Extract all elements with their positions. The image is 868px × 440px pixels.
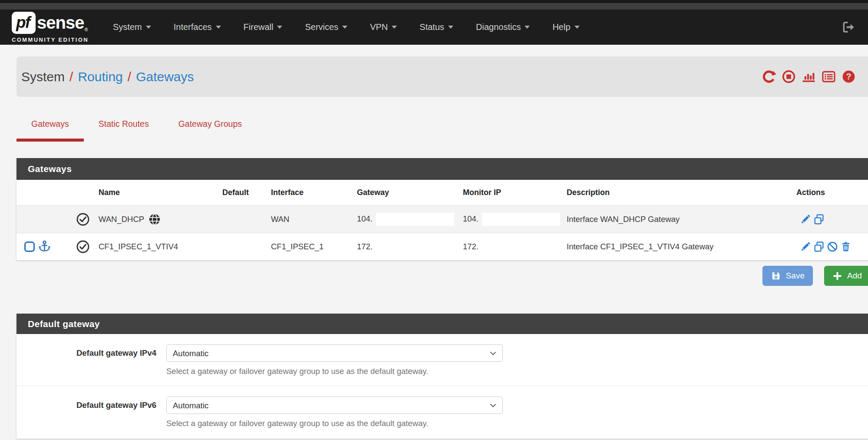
breadcrumb-link-routing[interactable]: Routing [78,69,122,84]
chevron-down-icon [574,26,580,29]
gateway-address: 104. [357,214,373,223]
pfsense-logo[interactable]: pf sense ® COMMUNITY EDITION [12,12,89,43]
col-monitor-ip: Monitor IP [459,180,562,205]
breadcrumb-link-gateways[interactable]: Gateways [136,69,194,84]
table-row: CF1_IPSEC_1_VTIV4 CF1_IPSEC_1 172. 172. … [17,233,868,260]
edit-icon[interactable] [800,241,811,252]
window-title-strip [0,3,868,10]
gateway-name: CF1_IPSEC_1_VTIV4 [99,242,178,251]
default-gateway-ipv6-label: Default gateway IPv6 [17,397,156,428]
nav-item-interfaces[interactable]: Interfaces [162,22,232,32]
refresh-icon[interactable] [762,69,776,84]
monitor-ip: 172. [463,242,479,251]
delete-icon[interactable] [840,241,851,252]
row-checkbox[interactable] [24,242,35,252]
default-gateway-ipv6-row: Default gateway IPv6 Automatic Select a … [17,386,868,438]
default-gateway-ipv6-help: Select a gateway or failover gateway gro… [166,419,503,428]
disable-icon[interactable] [827,241,838,252]
breadcrumb-section: System [21,69,65,84]
gateways-table: Name Default Interface Gateway Monitor I… [17,180,868,260]
chart-icon[interactable] [802,69,816,84]
nav-item-services[interactable]: Services [294,22,359,32]
drag-anchor-icon[interactable] [38,240,51,253]
breadcrumb-actions: ? [762,69,856,84]
svg-text:?: ? [846,72,851,81]
nav-item-system[interactable]: System [102,22,162,32]
pf-logo-text: pf [16,13,31,32]
default-gateway-ipv4-help: Select a gateway or failover gateway gro… [166,367,503,376]
gateway-interface: CF1_IPSEC_1 [267,233,353,260]
chevron-down-icon [448,26,453,29]
sense-logo-text: sense [37,13,84,33]
stop-icon[interactable] [782,69,796,84]
nav-item-diagnostics[interactable]: Diagnostics [465,22,541,32]
gateway-name: WAN_DHCP [99,215,144,224]
logout-icon[interactable] [842,20,855,34]
edit-icon[interactable] [800,214,811,225]
col-status [67,180,94,205]
redaction-box [482,213,560,226]
copy-icon[interactable] [813,241,825,252]
gateway-enabled-icon [72,240,94,254]
add-button[interactable]: Add [824,266,868,286]
breadcrumb-separator: / [128,69,131,84]
chevron-down-icon [146,26,151,29]
default-gateway-ipv4-row: Default gateway IPv4 Automatic Select a … [17,334,868,386]
save-icon [771,271,781,281]
plus-icon [832,271,842,281]
col-description: Description [562,180,792,205]
chevron-down-icon [392,26,397,29]
default-gateway-ipv4-label: Default gateway IPv4 [17,344,156,376]
top-navbar: pf sense ® COMMUNITY EDITION System Inte… [0,10,868,45]
gateway-description: Interface CF1_IPSEC_1_VTIV4 Gateway [562,233,792,260]
tab-gateway-groups[interactable]: Gateway Groups [164,119,257,142]
help-icon[interactable]: ? [842,69,856,84]
chevron-down-icon [525,26,530,29]
default-gateway-globe-icon [148,213,161,226]
tab-gateways[interactable]: Gateways [17,119,84,142]
gateway-interface: WAN [267,205,353,233]
gateway-address: 172. [357,242,373,251]
gateways-panel: Gateways Name Default Interface Gateway … [17,158,868,260]
save-button[interactable]: Save [762,266,813,286]
gateway-enabled-icon [72,212,94,226]
table-row: WAN_DHCP [17,205,868,233]
nav-item-firewall[interactable]: Firewall [232,22,294,32]
gateway-description: Interface WAN_DHCP Gateway [562,205,792,233]
copy-icon[interactable] [813,214,825,225]
nav-item-help[interactable]: Help [541,22,591,32]
default-gateway-panel: Default gateway Default gateway IPv4 Aut… [17,314,868,439]
nav-item-vpn[interactable]: VPN [359,22,408,32]
tab-static-routes[interactable]: Static Routes [84,119,164,142]
chevron-down-icon [277,26,282,29]
table-header-row: Name Default Interface Gateway Monitor I… [17,180,868,205]
window-top-edge [0,0,868,3]
monitor-ip: 104. [463,214,479,223]
log-icon[interactable] [822,69,836,84]
page-content: System / Routing / Gateways [0,56,868,439]
col-actions: Actions [792,180,868,205]
chevron-down-icon [216,26,221,29]
default-gateway-panel-title: Default gateway [17,314,868,334]
col-interface: Interface [267,180,353,205]
col-name: Name [94,180,218,205]
col-default: Default [218,180,267,205]
col-drag [17,180,67,205]
registered-mark: ® [84,27,88,32]
routing-tabs: Gateways Static Routes Gateway Groups [17,119,868,142]
default-gateway-ipv4-select[interactable]: Automatic [166,344,503,362]
breadcrumb: System / Routing / Gateways [17,56,868,97]
gateway-default-cell [218,233,267,260]
table-actions: Save Add [17,266,868,286]
redaction-box [376,213,454,226]
pf-logo-box: pf [12,12,36,34]
nav-item-status[interactable]: Status [408,22,465,32]
gateways-panel-title: Gateways [17,158,868,180]
gateway-default-cell [218,205,267,233]
breadcrumb-separator: / [69,69,73,84]
community-edition-label: COMMUNITY EDITION [12,36,89,43]
default-gateway-ipv6-select[interactable]: Automatic [166,397,503,414]
col-gateway: Gateway [353,180,459,205]
main-menu: System Interfaces Firewall Services VPN … [102,22,591,32]
chevron-down-icon [342,26,347,29]
